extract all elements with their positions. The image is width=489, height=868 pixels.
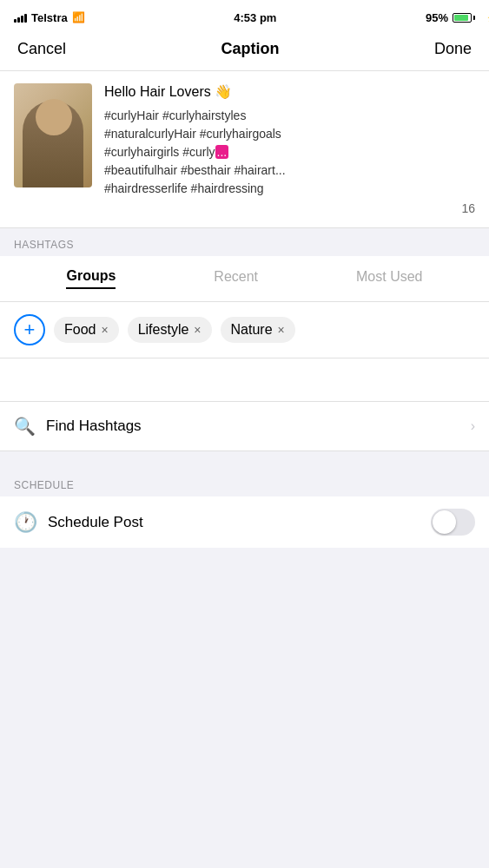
tag-close-lifestyle[interactable]: × xyxy=(194,323,201,337)
groups-row: + Food × Lifestyle × Nature × xyxy=(14,314,475,345)
hashtags-section-header: HASHTAGS xyxy=(0,228,489,256)
tabs-container: Groups Recent Most Used xyxy=(0,256,489,302)
carrier-label: Telstra xyxy=(31,11,68,24)
battery-icon: ⚡ xyxy=(453,13,475,23)
tab-most-used[interactable]: Most Used xyxy=(356,269,422,288)
caption-title: Hello Hair Lovers 👋 xyxy=(104,83,475,100)
post-image xyxy=(14,83,92,187)
schedule-row: 🕐 Schedule Post xyxy=(0,496,489,548)
done-button[interactable]: Done xyxy=(434,40,472,58)
caption-section: Hello Hair Lovers 👋 #curlyHair #curlyhai… xyxy=(0,71,489,228)
tag-chip-food: Food × xyxy=(54,317,119,343)
time-label: 4:53 pm xyxy=(234,11,276,24)
page-title: Caption xyxy=(221,40,280,58)
spacer-row xyxy=(0,358,489,402)
signal-icon xyxy=(14,12,27,23)
toggle-knob xyxy=(433,510,456,534)
schedule-post-label: Schedule Post xyxy=(48,514,431,531)
groups-section: + Food × Lifestyle × Nature × xyxy=(0,302,489,358)
caption-text-area[interactable]: Hello Hair Lovers 👋 #curlyHair #curlyhai… xyxy=(104,83,475,215)
tag-label-nature: Nature xyxy=(231,322,273,338)
schedule-toggle[interactable] xyxy=(431,509,475,536)
tag-label-lifestyle: Lifestyle xyxy=(138,322,189,338)
search-icon: 🔍 xyxy=(14,416,36,437)
battery-percent: 95% xyxy=(426,11,448,24)
tag-label-food: Food xyxy=(64,322,96,338)
status-left: Telstra 📶 xyxy=(14,11,85,24)
status-bar: Telstra 📶 4:53 pm 95% ⚡ xyxy=(0,0,489,31)
tag-close-nature[interactable]: × xyxy=(278,323,285,337)
add-group-button[interactable]: + xyxy=(14,314,45,345)
find-hashtags-label: Find Hashtags xyxy=(46,418,471,435)
find-hashtags-row[interactable]: 🔍 Find Hashtags › xyxy=(0,402,489,451)
cancel-button[interactable]: Cancel xyxy=(17,40,66,58)
chevron-right-icon: › xyxy=(471,418,475,434)
tag-chip-nature: Nature × xyxy=(221,317,295,343)
tab-groups[interactable]: Groups xyxy=(66,268,116,289)
wifi-icon: 📶 xyxy=(72,11,85,23)
caption-count: 16 xyxy=(104,201,475,215)
tab-recent[interactable]: Recent xyxy=(214,269,258,288)
tag-close-food[interactable]: × xyxy=(101,323,108,337)
nav-bar: Cancel Caption Done xyxy=(0,31,489,71)
plus-icon: + xyxy=(24,320,36,339)
tag-chip-lifestyle: Lifestyle × xyxy=(128,317,212,343)
schedule-section: SCHEDULE 🕐 Schedule Post xyxy=(0,469,489,548)
caption-hashtags: #curlyHair #curlyhairstyles #naturalcurl… xyxy=(104,107,475,198)
schedule-section-header: SCHEDULE xyxy=(0,469,489,496)
status-right: 95% ⚡ xyxy=(426,11,475,24)
clock-icon: 🕐 xyxy=(14,511,37,534)
